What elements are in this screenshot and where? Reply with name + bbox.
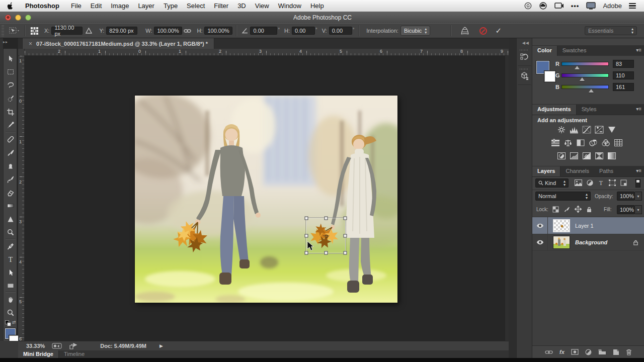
hand-tool[interactable] (4, 294, 17, 306)
layer-styles-fx-icon[interactable]: fx (559, 349, 565, 355)
v-skew-field[interactable]: 0.00 (329, 27, 352, 35)
window-title-bar[interactable]: Adobe Photoshop CC (0, 12, 644, 24)
status-options-arrow[interactable]: ▶ (159, 343, 163, 348)
gradient-map-icon[interactable] (594, 151, 604, 160)
tab-styles[interactable]: Styles (577, 105, 602, 115)
visibility-eye-icon[interactable] (532, 217, 548, 234)
menu-item-window[interactable]: Window (278, 2, 301, 10)
delete-layer-icon[interactable] (626, 349, 632, 355)
rectangular-marquee-tool[interactable] (4, 66, 17, 78)
toolbar-collapse-icon[interactable]: ▸▸ (3, 40, 8, 44)
gradient-tool[interactable] (4, 200, 17, 212)
add-layer-mask-icon[interactable] (571, 349, 579, 355)
transform-handle-w[interactable] (305, 234, 308, 237)
rotate-field[interactable]: 0.00 (250, 27, 277, 35)
creative-cloud-icon[interactable] (539, 2, 547, 10)
eyedropper-tool[interactable] (4, 119, 17, 131)
lock-image-icon[interactable] (564, 206, 570, 213)
delta-icon[interactable] (86, 28, 92, 34)
menu-list-icon[interactable] (629, 3, 636, 9)
green-slider[interactable] (561, 73, 609, 77)
threshold-icon[interactable] (582, 151, 592, 160)
levels-icon[interactable] (569, 125, 579, 134)
zoom-window-button[interactable] (25, 15, 31, 21)
adobe-menu-label[interactable]: Adobe (603, 2, 622, 10)
red-slider-thumb[interactable] (575, 66, 580, 69)
y-position-field[interactable]: 829.00 px (106, 27, 137, 35)
spot-healing-brush-tool[interactable] (4, 133, 17, 145)
lock-all-icon[interactable] (586, 206, 592, 213)
ellipsis-icon[interactable]: ••• (571, 2, 580, 10)
history-panel-button[interactable] (518, 48, 531, 66)
filter-type-layers-icon[interactable]: T (598, 179, 604, 186)
eraser-tool[interactable] (4, 187, 17, 199)
canvas-area[interactable] (25, 56, 509, 341)
background-lock-icon[interactable] (633, 239, 638, 245)
photo-filter-icon[interactable] (588, 138, 598, 147)
filter-adjustment-layers-icon[interactable] (587, 179, 593, 186)
opacity-dropdown-arrow[interactable]: ▾ (635, 192, 642, 201)
reference-point-grid-icon[interactable] (30, 27, 39, 35)
opacity-field[interactable]: 100% ▾ (617, 192, 642, 201)
color-lookup-icon[interactable] (613, 138, 623, 147)
clone-stamp-tool[interactable] (4, 160, 17, 172)
blue-slider[interactable] (561, 85, 609, 89)
tab-channels[interactable]: Channels (560, 166, 594, 176)
display-icon[interactable] (586, 2, 596, 10)
quick-selection-tool[interactable] (4, 93, 17, 105)
tab-color[interactable]: Color (532, 46, 557, 56)
filter-shape-layers-icon[interactable] (609, 179, 616, 186)
layer1-thumbnail[interactable] (553, 219, 570, 232)
hue-saturation-icon[interactable] (550, 138, 560, 147)
link-layers-icon[interactable] (545, 350, 553, 354)
vertical-scrollbar[interactable] (505, 56, 509, 341)
height-field[interactable]: 100.00% (204, 27, 232, 35)
h-skew-field[interactable]: 0.00 (292, 27, 315, 35)
apple-icon[interactable] (7, 2, 14, 10)
invert-icon[interactable] (556, 151, 567, 160)
dodge-tool[interactable] (4, 226, 17, 238)
share-export-icon[interactable] (69, 343, 77, 349)
warp-mode-icon[interactable] (459, 26, 470, 35)
document-canvas[interactable] (135, 96, 397, 303)
vertical-ruler[interactable]: 10123456 (18, 56, 25, 341)
layer-filter-kind-dropdown[interactable]: Kind ▴▾ (535, 178, 569, 188)
move-tool[interactable] (4, 53, 17, 65)
adaptive-wide-angle-icon[interactable] (52, 343, 62, 349)
new-adjustment-layer-icon[interactable] (585, 349, 592, 355)
filter-pixel-layers-icon[interactable] (575, 179, 582, 186)
new-group-icon[interactable] (598, 349, 606, 355)
close-window-button[interactable] (5, 15, 11, 21)
zoom-tool[interactable] (4, 307, 17, 319)
screen-share-icon[interactable] (554, 3, 564, 9)
brush-tool[interactable] (4, 147, 17, 159)
link-dimensions-icon[interactable] (184, 29, 191, 33)
layer-row-background[interactable]: Background (532, 234, 644, 251)
zoom-level[interactable]: 33.33% (26, 343, 45, 349)
menu-item-file[interactable]: File (71, 2, 82, 10)
pen-tool[interactable] (4, 240, 17, 252)
menu-item-image[interactable]: Image (111, 2, 129, 10)
black-white-icon[interactable] (576, 138, 586, 147)
tab-mini-bridge[interactable]: Mini Bridge (18, 350, 59, 358)
close-document-icon[interactable]: × (29, 40, 32, 47)
transform-handle-nw[interactable] (305, 217, 308, 220)
x-position-field[interactable]: 1130.00 px (51, 27, 83, 35)
exposure-icon[interactable] (594, 125, 604, 134)
menu-item-type[interactable]: Type (164, 2, 178, 10)
transform-handle-s[interactable] (324, 251, 328, 255)
tab-adjustments[interactable]: Adjustments (532, 105, 577, 115)
layer-name[interactable]: Background (575, 239, 607, 245)
blur-tool[interactable] (4, 213, 17, 225)
layer-row-layer1[interactable]: Layer 1 (532, 217, 644, 234)
workspace-dropdown[interactable]: Essentials ▴▾ (585, 26, 637, 35)
rotate-angle-icon[interactable] (242, 28, 249, 34)
layer-name[interactable]: Layer 1 (575, 223, 594, 229)
color-balance-icon[interactable] (563, 138, 573, 147)
document-size-readout[interactable]: Doc: 5.49M/9.49M (100, 343, 146, 349)
blend-mode-dropdown[interactable]: Normal ▴▾ (535, 192, 591, 201)
menu-item-photoshop[interactable]: Photoshop (25, 2, 59, 10)
blue-value-field[interactable]: 161 (613, 83, 634, 91)
transform-tool-icon[interactable] (9, 27, 20, 35)
panel-menu-icon[interactable]: ▾≡ (636, 47, 641, 53)
